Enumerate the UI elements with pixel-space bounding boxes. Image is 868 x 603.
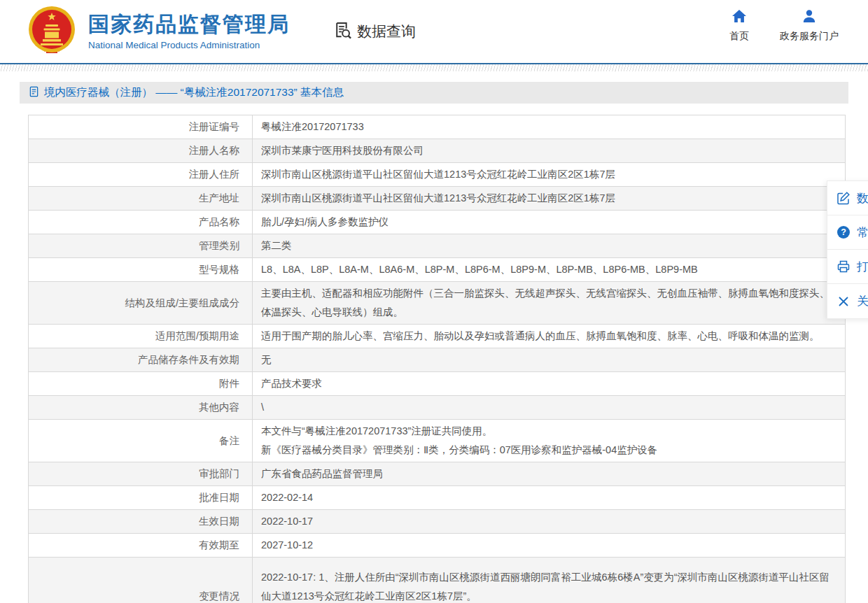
field-value: 适用于围产期的胎儿心率、宫缩压力、胎动以及孕妇或普通病人的血压、脉搏血氧饱和度、… xyxy=(253,325,846,348)
table-row: 注册人名称 深圳市莱康宁医用科技股份有限公司 xyxy=(29,139,846,163)
table-row: 审批部门 广东省食品药品监督管理局 xyxy=(29,462,846,486)
panel-item-label: 关闭 xyxy=(857,293,868,309)
nav-home[interactable]: 首页 xyxy=(729,9,749,43)
table-row: 注册证编号 粤械注准20172071733 xyxy=(29,115,846,139)
edit-icon xyxy=(836,191,850,205)
field-label: 备注 xyxy=(29,420,253,462)
field-value-line: 本文件与“粤械注准20172071733”注册证共同使用。 xyxy=(261,422,836,441)
floating-action-panel: 数据 ? 常见 打印 关闭 xyxy=(827,180,868,319)
field-label: 审批部门 xyxy=(29,462,253,486)
data-query-icon xyxy=(333,20,353,43)
hatch-divider xyxy=(0,64,868,71)
svg-text:?: ? xyxy=(841,227,846,237)
field-value: \ xyxy=(253,396,846,420)
field-value: 第二类 xyxy=(253,234,846,258)
table-row: 生效日期 2022-10-17 xyxy=(29,510,846,534)
org-name-en: National Medical Products Administration xyxy=(88,40,290,50)
field-label: 结构及组成/主要组成成分 xyxy=(29,282,253,325)
field-label: 型号规格 xyxy=(29,258,253,282)
question-icon: ? xyxy=(836,225,850,239)
table-row: 型号规格 L8、L8A、L8P、L8A-M、L8A6-M、L8P-M、L8P6-… xyxy=(29,258,846,282)
close-icon xyxy=(836,295,850,308)
field-value-line: 2022-10-17: 1、注册人住所由“深圳市南山区桃源街道西丽塘朗同富裕工业… xyxy=(261,568,836,603)
page-title: 境内医疗器械（注册） —— “粤械注准20172071733” 基本信息 xyxy=(44,85,344,100)
nav-gov-portal[interactable]: 政务服务门户 xyxy=(780,9,839,43)
table-row: 变更情况 2022-10-17: 1、注册人住所由“深圳市南山区桃源街道西丽塘朗… xyxy=(29,558,846,603)
field-value: 2022-10-17 xyxy=(253,510,846,534)
table-row: 产品储存条件及有效期 无 xyxy=(29,348,846,372)
table-row: 备注 本文件与“粤械注准20172071733”注册证共同使用。 新《医疗器械分… xyxy=(29,420,846,462)
nav-home-label: 首页 xyxy=(729,30,749,43)
table-row: 有效期至 2027-10-12 xyxy=(29,534,846,558)
field-value: 粤械注准20172071733 xyxy=(253,115,846,139)
field-value: L8、L8A、L8P、L8A-M、L8A6-M、L8P-M、L8P6-M、L8P… xyxy=(253,258,846,282)
field-label: 适用范围/预期用途 xyxy=(29,325,253,348)
field-value: 胎儿/孕妇/病人多参数监护仪 xyxy=(253,211,846,234)
breadcrumb: 境内医疗器械（注册） —— “粤械注准20172071733” 基本信息 xyxy=(20,82,848,104)
page-header: 国家药品监督管理局 National Medical Products Admi… xyxy=(0,0,868,63)
data-query-section[interactable]: 数据查询 xyxy=(333,20,416,43)
panel-item-label: 常见 xyxy=(857,225,868,241)
panel-item-faq[interactable]: ? 常见 xyxy=(827,215,868,250)
home-icon xyxy=(732,9,747,25)
nmpa-emblem-logo[interactable] xyxy=(27,4,77,59)
table-row: 管理类别 第二类 xyxy=(29,234,846,258)
nav-gov-portal-label: 政务服务门户 xyxy=(780,30,839,43)
field-value: 本文件与“粤械注准20172071733”注册证共同使用。 新《医疗器械分类目录… xyxy=(253,420,846,462)
field-value: 深圳市莱康宁医用科技股份有限公司 xyxy=(253,139,846,163)
field-label: 注册人住所 xyxy=(29,163,253,187)
field-label: 产品储存条件及有效期 xyxy=(29,348,253,372)
field-value: 2022-10-17: 1、注册人住所由“深圳市南山区桃源街道西丽塘朗同富裕工业… xyxy=(253,558,846,603)
field-label: 注册人名称 xyxy=(29,139,253,163)
data-query-label: 数据查询 xyxy=(357,22,416,41)
print-icon xyxy=(836,260,850,274)
field-label: 管理类别 xyxy=(29,234,253,258)
field-label: 变更情况 xyxy=(29,558,253,603)
table-row: 生产地址 深圳市南山区桃源街道平山社区留仙大道1213号众冠红花岭工业南区2区1… xyxy=(29,187,846,211)
panel-item-print[interactable]: 打印 xyxy=(827,250,868,284)
org-name-cn: 国家药品监督管理局 xyxy=(88,13,290,37)
field-label: 注册证编号 xyxy=(29,115,253,139)
field-label: 其他内容 xyxy=(29,396,253,420)
org-title-block: 国家药品监督管理局 National Medical Products Admi… xyxy=(88,13,290,50)
registration-info-table: 注册证编号 粤械注准20172071733 注册人名称 深圳市莱康宁医用科技股份… xyxy=(28,115,846,603)
field-label: 生产地址 xyxy=(29,187,253,211)
panel-item-label: 打印 xyxy=(857,259,868,275)
table-row: 批准日期 2022-02-14 xyxy=(29,486,846,510)
panel-item-close[interactable]: 关闭 xyxy=(827,284,868,318)
table-row: 注册人住所 深圳市南山区桃源街道平山社区留仙大道1213号众冠红花岭工业南区2区… xyxy=(29,163,846,187)
field-value: 产品技术要求 xyxy=(253,372,846,396)
table-row: 产品名称 胎儿/孕妇/病人多参数监护仪 xyxy=(29,211,846,234)
field-value: 广东省食品药品监督管理局 xyxy=(253,462,846,486)
field-value: 主要由主机、适配器和相应功能附件（三合一胎监探头、无线超声探头、无线宫缩探头、无… xyxy=(253,282,846,325)
field-label: 有效期至 xyxy=(29,534,253,558)
field-value: 深圳市南山区桃源街道平山社区留仙大道1213号众冠红花岭工业南区2区1栋7层 xyxy=(253,187,846,211)
table-row: 其他内容 \ xyxy=(29,396,846,420)
top-nav: 首页 政务服务门户 xyxy=(729,9,839,43)
table-row: 适用范围/预期用途 适用于围产期的胎儿心率、宫缩压力、胎动以及孕妇或普通病人的血… xyxy=(29,325,846,348)
field-label: 产品名称 xyxy=(29,211,253,234)
document-icon xyxy=(29,86,39,100)
panel-item-data-feedback[interactable]: 数据 xyxy=(827,181,868,215)
field-value: 无 xyxy=(253,348,846,372)
user-icon xyxy=(802,9,817,25)
field-label: 附件 xyxy=(29,372,253,396)
field-label: 生效日期 xyxy=(29,510,253,534)
panel-item-label: 数据 xyxy=(857,190,868,206)
field-value: 2022-02-14 xyxy=(253,486,846,510)
table-row: 附件 产品技术要求 xyxy=(29,372,846,396)
field-value: 2027-10-12 xyxy=(253,534,846,558)
table-row: 结构及组成/主要组成成分 主要由主机、适配器和相应功能附件（三合一胎监探头、无线… xyxy=(29,282,846,325)
field-label: 批准日期 xyxy=(29,486,253,510)
field-value: 深圳市南山区桃源街道平山社区留仙大道1213号众冠红花岭工业南区2区1栋7层 xyxy=(253,163,846,187)
field-value-line: 新《医疗器械分类目录》管理类别：Ⅱ类，分类编码：07医用诊察和监护器械-04监护… xyxy=(261,441,836,460)
